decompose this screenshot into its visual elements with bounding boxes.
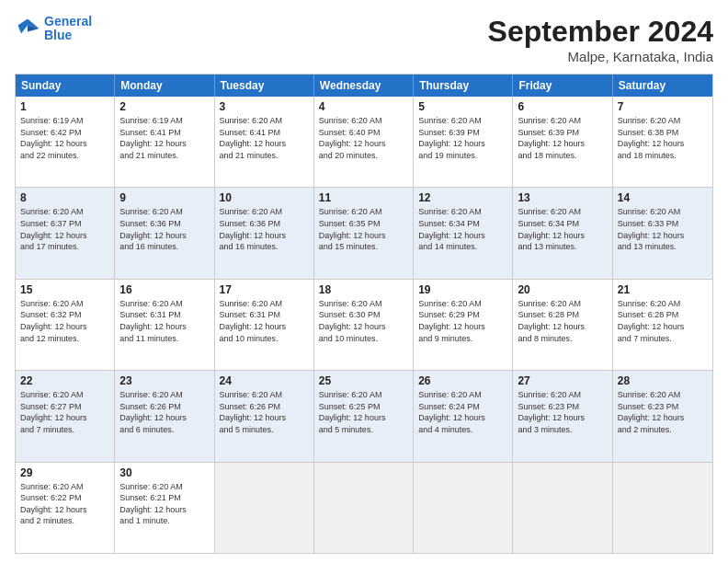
day-info: Sunrise: 6:20 AM Sunset: 6:37 PM Dayligh…	[20, 206, 109, 252]
day-number: 14	[618, 191, 708, 204]
cal-row-2: 15Sunrise: 6:20 AM Sunset: 6:32 PM Dayli…	[16, 279, 712, 370]
header-thursday: Thursday	[414, 75, 513, 97]
cal-cell-r0-c3: 4Sunrise: 6:20 AM Sunset: 6:40 PM Daylig…	[314, 97, 414, 187]
day-number: 8	[20, 191, 109, 204]
cal-cell-r4-c3	[314, 463, 414, 553]
cal-cell-r3-c2: 24Sunrise: 6:20 AM Sunset: 6:26 PM Dayli…	[215, 371, 314, 461]
day-number: 19	[418, 283, 507, 296]
cal-cell-r3-c6: 28Sunrise: 6:20 AM Sunset: 6:23 PM Dayli…	[613, 371, 712, 461]
day-info: Sunrise: 6:20 AM Sunset: 6:39 PM Dayligh…	[418, 115, 507, 161]
day-number: 12	[418, 191, 507, 204]
day-info: Sunrise: 6:20 AM Sunset: 6:36 PM Dayligh…	[220, 206, 309, 252]
day-info: Sunrise: 6:20 AM Sunset: 6:34 PM Dayligh…	[418, 206, 507, 252]
day-number: 15	[20, 283, 109, 296]
cal-row-0: 1Sunrise: 6:19 AM Sunset: 6:42 PM Daylig…	[16, 97, 712, 187]
cal-cell-r0-c0: 1Sunrise: 6:19 AM Sunset: 6:42 PM Daylig…	[16, 97, 115, 187]
day-info: Sunrise: 6:20 AM Sunset: 6:33 PM Dayligh…	[618, 206, 708, 252]
cal-row-1: 8Sunrise: 6:20 AM Sunset: 6:37 PM Daylig…	[16, 187, 712, 278]
cal-cell-r0-c1: 2Sunrise: 6:19 AM Sunset: 6:41 PM Daylig…	[115, 97, 214, 187]
header-wednesday: Wednesday	[314, 75, 414, 97]
day-info: Sunrise: 6:20 AM Sunset: 6:28 PM Dayligh…	[518, 298, 607, 344]
cal-cell-r3-c5: 27Sunrise: 6:20 AM Sunset: 6:23 PM Dayli…	[513, 371, 612, 461]
calendar: Sunday Monday Tuesday Wednesday Thursday…	[15, 74, 713, 554]
cal-cell-r1-c3: 11Sunrise: 6:20 AM Sunset: 6:35 PM Dayli…	[314, 188, 414, 278]
day-number: 4	[319, 100, 408, 113]
calendar-body: 1Sunrise: 6:19 AM Sunset: 6:42 PM Daylig…	[16, 97, 712, 553]
day-info: Sunrise: 6:20 AM Sunset: 6:24 PM Dayligh…	[418, 389, 507, 435]
logo-text: General Blue	[44, 15, 92, 43]
cal-cell-r2-c0: 15Sunrise: 6:20 AM Sunset: 6:32 PM Dayli…	[16, 280, 115, 370]
day-number: 5	[418, 100, 507, 113]
day-info: Sunrise: 6:20 AM Sunset: 6:27 PM Dayligh…	[20, 389, 109, 435]
day-info: Sunrise: 6:20 AM Sunset: 6:21 PM Dayligh…	[119, 481, 209, 527]
cal-cell-r4-c6	[613, 463, 712, 553]
cal-cell-r2-c4: 19Sunrise: 6:20 AM Sunset: 6:29 PM Dayli…	[414, 280, 513, 370]
cal-cell-r2-c6: 21Sunrise: 6:20 AM Sunset: 6:28 PM Dayli…	[613, 280, 712, 370]
cal-cell-r2-c2: 17Sunrise: 6:20 AM Sunset: 6:31 PM Dayli…	[215, 280, 314, 370]
cal-cell-r3-c3: 25Sunrise: 6:20 AM Sunset: 6:25 PM Dayli…	[314, 371, 414, 461]
day-number: 11	[319, 191, 408, 204]
day-info: Sunrise: 6:20 AM Sunset: 6:36 PM Dayligh…	[119, 206, 209, 252]
cal-cell-r0-c5: 6Sunrise: 6:20 AM Sunset: 6:39 PM Daylig…	[513, 97, 612, 187]
day-number: 16	[119, 283, 209, 296]
day-number: 27	[518, 374, 607, 387]
cal-cell-r3-c0: 22Sunrise: 6:20 AM Sunset: 6:27 PM Dayli…	[16, 371, 115, 461]
day-info: Sunrise: 6:20 AM Sunset: 6:31 PM Dayligh…	[119, 298, 209, 344]
month-title: September 2024	[488, 15, 713, 49]
day-info: Sunrise: 6:20 AM Sunset: 6:35 PM Dayligh…	[319, 206, 408, 252]
day-number: 28	[618, 374, 708, 387]
day-number: 2	[119, 100, 209, 113]
day-info: Sunrise: 6:19 AM Sunset: 6:42 PM Dayligh…	[20, 115, 109, 161]
day-info: Sunrise: 6:20 AM Sunset: 6:22 PM Dayligh…	[20, 481, 109, 527]
day-number: 26	[418, 374, 507, 387]
day-info: Sunrise: 6:20 AM Sunset: 6:39 PM Dayligh…	[518, 115, 607, 161]
day-info: Sunrise: 6:20 AM Sunset: 6:25 PM Dayligh…	[319, 389, 408, 435]
cal-cell-r4-c1: 30Sunrise: 6:20 AM Sunset: 6:21 PM Dayli…	[115, 463, 214, 553]
day-info: Sunrise: 6:20 AM Sunset: 6:31 PM Dayligh…	[220, 298, 309, 344]
day-number: 13	[518, 191, 607, 204]
cal-cell-r3-c1: 23Sunrise: 6:20 AM Sunset: 6:26 PM Dayli…	[115, 371, 214, 461]
day-number: 29	[20, 466, 109, 479]
day-info: Sunrise: 6:20 AM Sunset: 6:38 PM Dayligh…	[618, 115, 708, 161]
day-number: 24	[220, 374, 309, 387]
cal-cell-r1-c2: 10Sunrise: 6:20 AM Sunset: 6:36 PM Dayli…	[215, 188, 314, 278]
cal-row-3: 22Sunrise: 6:20 AM Sunset: 6:27 PM Dayli…	[16, 370, 712, 461]
location: Malpe, Karnataka, India	[488, 49, 713, 64]
day-info: Sunrise: 6:20 AM Sunset: 6:41 PM Dayligh…	[220, 115, 309, 161]
cal-cell-r2-c5: 20Sunrise: 6:20 AM Sunset: 6:28 PM Dayli…	[513, 280, 612, 370]
page: General Blue September 2024 Malpe, Karna…	[0, 0, 728, 563]
logo: General Blue	[15, 15, 92, 43]
logo-icon	[15, 16, 40, 41]
header-tuesday: Tuesday	[215, 75, 314, 97]
calendar-header: Sunday Monday Tuesday Wednesday Thursday…	[16, 75, 712, 97]
day-number: 25	[319, 374, 408, 387]
day-info: Sunrise: 6:20 AM Sunset: 6:26 PM Dayligh…	[220, 389, 309, 435]
cal-cell-r1-c6: 14Sunrise: 6:20 AM Sunset: 6:33 PM Dayli…	[613, 188, 712, 278]
day-info: Sunrise: 6:20 AM Sunset: 6:30 PM Dayligh…	[319, 298, 408, 344]
cal-cell-r2-c1: 16Sunrise: 6:20 AM Sunset: 6:31 PM Dayli…	[115, 280, 214, 370]
day-info: Sunrise: 6:20 AM Sunset: 6:23 PM Dayligh…	[618, 389, 708, 435]
day-info: Sunrise: 6:20 AM Sunset: 6:29 PM Dayligh…	[418, 298, 507, 344]
cal-cell-r4-c4	[414, 463, 513, 553]
cal-cell-r4-c0: 29Sunrise: 6:20 AM Sunset: 6:22 PM Dayli…	[16, 463, 115, 553]
cal-cell-r0-c4: 5Sunrise: 6:20 AM Sunset: 6:39 PM Daylig…	[414, 97, 513, 187]
day-info: Sunrise: 6:20 AM Sunset: 6:26 PM Dayligh…	[119, 389, 209, 435]
day-number: 22	[20, 374, 109, 387]
day-number: 1	[20, 100, 109, 113]
cal-cell-r1-c4: 12Sunrise: 6:20 AM Sunset: 6:34 PM Dayli…	[414, 188, 513, 278]
cal-cell-r0-c2: 3Sunrise: 6:20 AM Sunset: 6:41 PM Daylig…	[215, 97, 314, 187]
day-info: Sunrise: 6:20 AM Sunset: 6:34 PM Dayligh…	[518, 206, 607, 252]
header-saturday: Saturday	[613, 75, 712, 97]
cal-row-4: 29Sunrise: 6:20 AM Sunset: 6:22 PM Dayli…	[16, 462, 712, 553]
day-number: 3	[220, 100, 309, 113]
cal-cell-r1-c5: 13Sunrise: 6:20 AM Sunset: 6:34 PM Dayli…	[513, 188, 612, 278]
day-number: 17	[220, 283, 309, 296]
day-number: 9	[119, 191, 209, 204]
header-sunday: Sunday	[16, 75, 115, 97]
header-friday: Friday	[513, 75, 612, 97]
cal-cell-r1-c1: 9Sunrise: 6:20 AM Sunset: 6:36 PM Daylig…	[115, 188, 214, 278]
day-info: Sunrise: 6:20 AM Sunset: 6:32 PM Dayligh…	[20, 298, 109, 344]
cal-cell-r2-c3: 18Sunrise: 6:20 AM Sunset: 6:30 PM Dayli…	[314, 280, 414, 370]
day-info: Sunrise: 6:19 AM Sunset: 6:41 PM Dayligh…	[119, 115, 209, 161]
cal-cell-r4-c5	[513, 463, 612, 553]
